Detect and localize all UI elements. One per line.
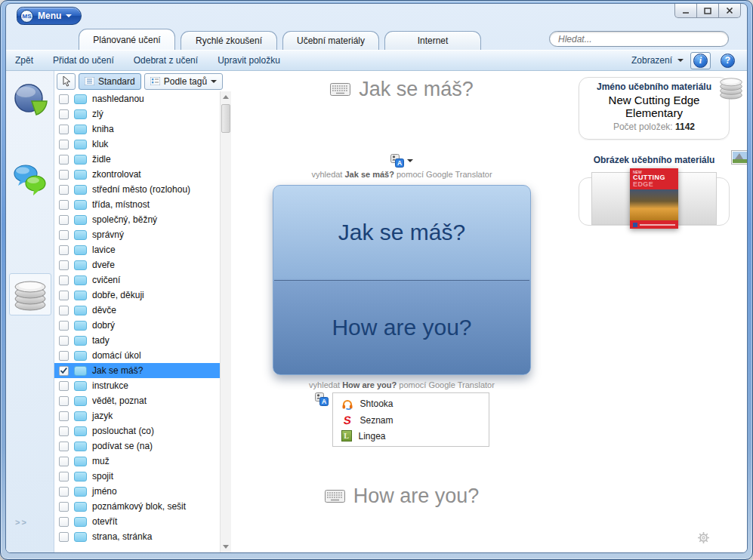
book-cover[interactable]: NEW CUTTING EDGE	[630, 168, 678, 229]
item-checkbox[interactable]	[59, 109, 69, 119]
scrollbar-thumb[interactable]	[221, 104, 230, 133]
statistics-nav-button[interactable]	[9, 78, 51, 121]
select-mode-button[interactable]	[57, 73, 76, 90]
dictionary-option-lingea[interactable]: L Lingea	[333, 429, 489, 442]
item-checkbox[interactable]	[59, 457, 69, 466]
search-back-link[interactable]: vyhledat How are you? pomocí Google Tran…	[309, 380, 495, 389]
item-checkbox[interactable]	[59, 411, 69, 421]
rail-expander[interactable]: >>	[15, 518, 28, 527]
list-item[interactable]: tady	[54, 333, 220, 348]
list-item[interactable]: dobrý	[54, 318, 220, 333]
photo-thumbnail-button[interactable]	[731, 150, 747, 168]
list-item[interactable]: dobře, děkuji	[54, 288, 220, 303]
list-item[interactable]: střední město (rozlohou)	[54, 182, 220, 197]
tab-rychle-zkouseni[interactable]: Rychlé zkoušení	[181, 31, 277, 50]
list-item[interactable]: otevřít	[54, 514, 220, 529]
item-checkbox[interactable]	[59, 381, 69, 391]
close-button[interactable]	[718, 4, 741, 18]
view-standard-button[interactable]: Standard	[79, 73, 141, 90]
list-item[interactable]: dveře	[54, 257, 220, 272]
item-checkbox[interactable]	[59, 155, 69, 165]
dictionary-option-shtooka[interactable]: Shtooka	[333, 397, 489, 411]
list-item[interactable]: jméno	[54, 484, 220, 499]
view-dropdown[interactable]: Zobrazení	[631, 55, 684, 66]
item-checkbox[interactable]	[59, 442, 69, 451]
list-item[interactable]: poslouchat (co)	[54, 423, 220, 438]
item-checkbox[interactable]	[59, 185, 69, 195]
maximize-button[interactable]	[696, 4, 719, 18]
tab-planovane-uceni[interactable]: Plánované učení	[79, 29, 175, 50]
list-item[interactable]: cvičení	[54, 272, 220, 288]
list-item[interactable]: zkontrolovat	[54, 167, 220, 182]
list-item[interactable]: děvče	[54, 303, 220, 318]
settings-button[interactable]	[697, 531, 710, 547]
item-checkbox[interactable]	[59, 306, 69, 315]
list-item[interactable]: zlý	[54, 106, 220, 122]
list-scrollbar[interactable]	[220, 91, 231, 552]
list-item[interactable]: instrukce	[54, 378, 220, 393]
translate-icon[interactable]: A	[315, 392, 329, 406]
list-item[interactable]: poznámkový blok, sešit	[54, 499, 220, 514]
learning-materials-nav-button[interactable]	[9, 273, 51, 315]
list-item[interactable]: společný, běžný	[54, 212, 220, 227]
scroll-down-button[interactable]	[221, 541, 231, 552]
list-item[interactable]: židle	[54, 152, 220, 167]
cover-carousel[interactable]: NEW CUTTING EDGE	[591, 168, 717, 229]
scroll-up-button[interactable]	[221, 91, 231, 103]
item-checkbox[interactable]	[59, 260, 69, 270]
item-checkbox[interactable]	[59, 351, 69, 361]
list-item[interactable]: lavice	[54, 242, 220, 257]
list-item[interactable]: kniha	[54, 122, 220, 137]
list-item[interactable]: nashledanou	[54, 91, 220, 106]
search-input[interactable]	[549, 31, 729, 47]
item-checkbox[interactable]	[59, 532, 69, 542]
item-checkbox[interactable]	[59, 396, 69, 406]
item-checkbox[interactable]	[59, 215, 69, 225]
list-item[interactable]: jazyk	[54, 408, 220, 423]
tab-internet[interactable]: Internet	[384, 31, 481, 50]
list-item[interactable]: kluk	[54, 137, 220, 152]
material-database-button[interactable]	[718, 74, 745, 104]
dictionary-option-seznam[interactable]: S Seznam	[333, 413, 489, 427]
list-item[interactable]: domácí úkol	[54, 348, 220, 363]
menu-button[interactable]: MS Menu	[17, 7, 82, 25]
list-item[interactable]: vědět, poznat	[54, 393, 220, 408]
item-checkbox[interactable]	[59, 245, 69, 255]
tab-ucebni-materialy[interactable]: Učební materiály	[282, 31, 379, 50]
list-item[interactable]: strana, stránka	[54, 529, 220, 544]
item-checkbox[interactable]	[59, 140, 69, 149]
item-checkbox[interactable]	[59, 472, 69, 482]
item-checkbox[interactable]	[59, 275, 69, 285]
carousel-prev-panel[interactable]	[591, 172, 631, 225]
flashcard[interactable]: Jak se máš? How are you?	[273, 185, 531, 375]
item-checkbox[interactable]	[59, 336, 69, 346]
item-checkbox[interactable]	[59, 426, 69, 436]
item-checkbox[interactable]	[59, 502, 69, 512]
list-item[interactable]: spojit	[54, 469, 220, 484]
item-checkbox[interactable]	[59, 94, 69, 104]
list-item[interactable]: třída, místnost	[54, 197, 220, 212]
item-checkbox[interactable]	[59, 170, 69, 180]
item-checkbox[interactable]	[59, 200, 69, 210]
search-front-link[interactable]: vyhledat Jak se máš? pomocí Google Trans…	[311, 170, 492, 179]
edit-item-button[interactable]: Upravit položku	[218, 55, 280, 66]
list-item[interactable]: muž	[54, 454, 220, 469]
item-checkbox[interactable]	[59, 125, 69, 134]
view-by-tags-button[interactable]: Podle tagů	[144, 73, 223, 90]
help-button[interactable]: ?	[718, 52, 738, 69]
item-checkbox[interactable]	[59, 517, 69, 527]
list-item[interactable]: Jak se máš?	[54, 363, 220, 378]
list-item[interactable]: podívat se (na)	[54, 438, 220, 454]
info-button[interactable]: i	[690, 52, 711, 69]
conversation-nav-button[interactable]	[9, 158, 51, 201]
back-button[interactable]: Zpět	[15, 55, 33, 66]
item-checkbox[interactable]	[59, 291, 69, 300]
item-checkbox[interactable]	[59, 366, 69, 376]
add-to-learning-button[interactable]: Přidat do učení	[53, 55, 114, 66]
list-item[interactable]: správný	[54, 227, 220, 242]
item-checkbox[interactable]	[59, 321, 69, 331]
carousel-next-panel[interactable]	[677, 172, 717, 225]
remove-from-learning-button[interactable]: Odebrat z učení	[134, 55, 198, 66]
item-checkbox[interactable]	[59, 230, 69, 240]
translator-dropdown[interactable]: A	[390, 154, 413, 168]
